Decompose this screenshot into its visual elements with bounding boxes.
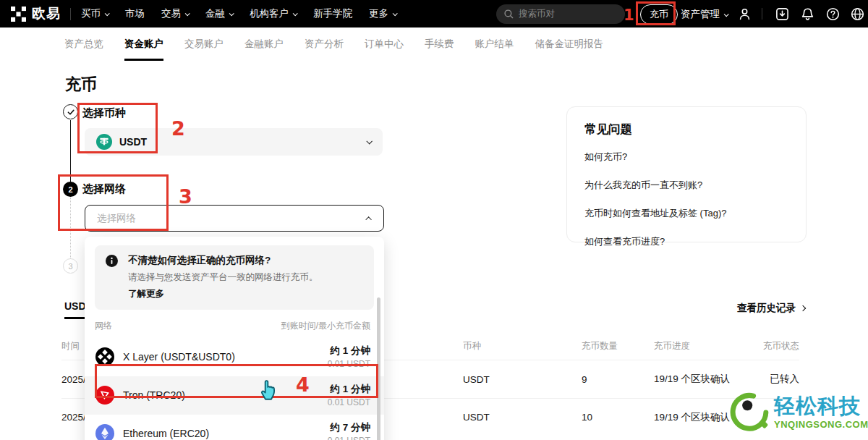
topnav-menu-item-label: 新手学院 <box>313 7 352 20</box>
cell-amount: 10 <box>582 412 654 423</box>
cell-coin: USDT <box>463 374 582 385</box>
topnav-menu-item[interactable]: 市场 <box>125 7 145 20</box>
nav-divider <box>70 8 71 20</box>
logo-text: 欧易 <box>32 4 61 23</box>
subnav-tab[interactable]: 订单中心 <box>365 28 404 61</box>
cell-status: 已转入 <box>741 373 799 386</box>
faq-card: 常见问题 如何充币?为什么我充的币一直不到账?充币时如何查看地址及标签 (Tag… <box>566 106 807 242</box>
icon-divider <box>762 8 762 20</box>
cell-coin: USDT <box>463 412 582 423</box>
subnav-tab[interactable]: 账户结单 <box>475 28 514 61</box>
table-column-header: 币种 <box>463 340 582 352</box>
cell-progress: 19/19 个区块确认 <box>654 411 741 424</box>
faq-question-link[interactable]: 为什么我充的币一直不到账? <box>584 179 788 192</box>
watermark: 轻松科技 YNQINGSONG.COM <box>729 392 868 433</box>
okx-logo[interactable]: 欧易 <box>11 4 61 23</box>
annotation-box-3 <box>58 174 169 231</box>
notifications-bell-icon[interactable] <box>801 7 814 21</box>
annotation-box-4 <box>95 364 378 398</box>
faq-title: 常见问题 <box>584 122 788 138</box>
table-column-header: 充币进度 <box>654 340 741 352</box>
table-column-header: 充币数量 <box>582 340 654 352</box>
annotation-box-1 <box>636 1 676 25</box>
download-app-icon[interactable] <box>775 7 789 21</box>
annotation-number-3: 3 <box>179 185 192 208</box>
faq-question-link[interactable]: 如何查看充币进度? <box>584 235 788 248</box>
help-icon[interactable] <box>826 7 840 21</box>
min-deposit-amount: 0.01 USDT <box>328 397 370 407</box>
min-deposit-amount: 0.01 USDT <box>328 436 370 440</box>
search-icon <box>503 9 514 20</box>
chevron-down-icon <box>105 11 110 16</box>
watermark-logo-icon <box>729 392 770 433</box>
notice-title: 不清楚如何选择正确的充币网络? <box>128 254 364 267</box>
table-column-header: 充币状态 <box>741 340 799 352</box>
topnav-menu-item[interactable]: 机构客户 <box>250 7 297 20</box>
annotation-number-1: 1 <box>624 7 634 24</box>
okx-deposit-page: 欧易 买币市场交易金融机构客户新手学院更多 搜索币对 1 充币 资产管理 <box>0 0 868 440</box>
topnav-menu-item-label: 机构客户 <box>250 7 289 20</box>
annotation-number-4: 4 <box>296 373 310 396</box>
language-globe-icon[interactable] <box>851 7 864 21</box>
topnav-menu-item-label: 更多 <box>369 7 388 20</box>
subnav-tab[interactable]: 手续费 <box>425 28 454 61</box>
cell-progress: 19/19 个区块确认 <box>654 373 741 386</box>
topnav-menu-item[interactable]: 交易 <box>161 7 189 20</box>
arrival-time: 约 7 分钟 <box>328 421 370 434</box>
topnav-menu-item[interactable]: 更多 <box>369 7 396 20</box>
network-list-headers: 网络 到账时间/最小充币金额 <box>85 310 384 338</box>
network-meta: 约 7 分钟0.01 USDT <box>328 421 370 440</box>
watermark-text: 轻松科技 YNQINGSONG.COM <box>774 395 868 430</box>
topnav-menu-item[interactable]: 买币 <box>81 7 109 20</box>
subnav-tab[interactable]: 资产总览 <box>64 28 103 61</box>
step3-badge: 3 <box>63 258 78 274</box>
subnav-tab[interactable]: 储备金证明报告 <box>535 28 604 61</box>
top-navbar: 欧易 买币市场交易金融机构客户新手学院更多 搜索币对 1 充币 资产管理 <box>0 0 868 28</box>
topnav-menu-item-label: 买币 <box>81 7 101 20</box>
profile-icon[interactable] <box>738 7 752 21</box>
annotation-box-2 <box>77 103 158 153</box>
network-name: X Layer (USDT&USDT0) <box>123 351 235 363</box>
page-title: 充币 <box>65 74 97 96</box>
okx-logo-icon <box>11 7 26 22</box>
subnav-tab[interactable]: 金融账户 <box>244 28 284 61</box>
cell-amount: 9 <box>582 374 654 385</box>
annotation-number-2: 2 <box>171 117 185 140</box>
topnav-menu-item[interactable]: 金融 <box>205 7 233 20</box>
chevron-down-icon <box>293 11 298 16</box>
chevron-down-icon <box>366 138 372 144</box>
info-icon <box>106 255 118 270</box>
search-placeholder: 搜索币对 <box>519 8 555 20</box>
learn-more-link[interactable]: 了解更多 <box>128 288 364 300</box>
watermark-domain: YNQINGSONG.COM <box>774 419 868 430</box>
notice-body: 请选择与您发送资产平台一致的网络进行充币。 <box>128 271 364 284</box>
subnav-tab[interactable]: 资金账户 <box>124 28 163 61</box>
assets-menu-label: 资产管理 <box>681 8 720 21</box>
step1-check-icon <box>63 104 78 119</box>
chevron-down-icon <box>185 11 190 16</box>
topnav-menu: 买币市场交易金融机构客户新手学院更多 <box>81 7 396 20</box>
topnav-menu-item-label: 交易 <box>161 7 181 20</box>
topnav-menu-item-label: 金融 <box>205 7 225 20</box>
chevron-right-icon <box>800 305 806 311</box>
faq-list: 如何充币?为什么我充的币一直不到账?充币时如何查看地址及标签 (Tag)?如何查… <box>584 151 788 248</box>
chevron-down-icon <box>724 12 729 17</box>
faq-question-link[interactable]: 充币时如何查看地址及标签 (Tag)? <box>584 207 788 220</box>
network-option[interactable]: Ethereum (ERC20)约 7 分钟0.01 USDT <box>85 415 384 440</box>
chevron-up-icon <box>365 216 371 222</box>
step-connector <box>70 120 71 182</box>
view-history-link[interactable]: 查看历史记录 <box>737 302 805 315</box>
network-notice: 不清楚如何选择正确的充币网络? 请选择与您发送资产平台一致的网络进行充币。 了解… <box>95 245 374 310</box>
subnav-tab[interactable]: 交易账户 <box>184 28 224 61</box>
col-network: 网络 <box>95 320 112 332</box>
watermark-brand: 轻松科技 <box>774 395 861 418</box>
view-history-label: 查看历史记录 <box>737 302 796 315</box>
network-name: Ethereum (ERC20) <box>123 428 209 439</box>
chevron-down-icon <box>393 11 398 16</box>
arrival-time: 约 1 分钟 <box>328 344 370 358</box>
topnav-menu-item[interactable]: 新手学院 <box>313 7 352 20</box>
search-input[interactable]: 搜索币对 <box>496 4 625 24</box>
subnav-tab[interactable]: 资产分析 <box>305 28 344 61</box>
faq-question-link[interactable]: 如何充币? <box>584 151 788 164</box>
assets-management-menu[interactable]: 资产管理 <box>681 8 728 21</box>
